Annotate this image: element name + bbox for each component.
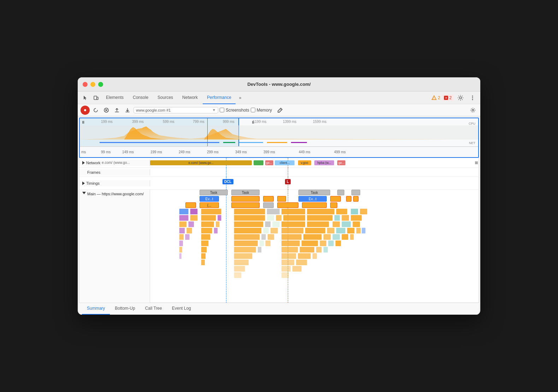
broom-icon[interactable]	[275, 106, 285, 115]
task-r3-5[interactable]	[277, 202, 298, 208]
svg-rect-81	[320, 240, 327, 246]
svg-rect-20	[307, 209, 334, 214]
task-r3-2[interactable]: (...	[200, 202, 219, 208]
perf-settings-button[interactable]	[468, 106, 477, 115]
svg-rect-64	[201, 234, 210, 240]
task-r3-1[interactable]	[185, 202, 196, 208]
svg-rect-50	[201, 228, 212, 233]
net-bar-main: e.com/ (www.go...	[150, 160, 252, 165]
ev-bar-1[interactable]: Ev...t	[200, 196, 219, 202]
svg-rect-51	[214, 228, 218, 233]
svg-rect-70	[323, 234, 331, 240]
network-label: Network	[86, 161, 100, 165]
screenshots-checkbox[interactable]	[220, 108, 224, 112]
more-options-icon[interactable]	[468, 93, 477, 103]
svg-rect-49	[186, 228, 192, 233]
cursor-icon[interactable]	[81, 93, 90, 103]
tab-summary[interactable]: Summary	[82, 303, 110, 315]
timings-expand-icon[interactable]	[82, 182, 85, 185]
task-r3-4[interactable]	[263, 202, 274, 208]
task-r3-7[interactable]	[330, 202, 337, 208]
svg-point-7	[472, 97, 473, 98]
ruler-99: 99 ms	[101, 150, 111, 154]
main-collapse-icon[interactable]	[82, 192, 86, 194]
svg-rect-46	[342, 221, 351, 227]
window-controls	[83, 82, 103, 87]
timeline-main: Network e.com/ (www.go... e.com/ (www.go…	[79, 158, 479, 303]
svg-rect-82	[328, 240, 334, 246]
task-2[interactable]: Task	[231, 190, 260, 195]
svg-rect-40	[234, 221, 263, 227]
ev-bar-2[interactable]: Ev...t	[298, 196, 327, 202]
yellow-bar-2[interactable]	[263, 196, 274, 202]
svg-rect-24	[179, 215, 189, 221]
net-bar-ge2: ge...	[265, 160, 273, 165]
yellow-bar-5[interactable]	[346, 196, 351, 202]
devtools-tab-bar: Elements Console Sources Network Perform…	[78, 91, 480, 104]
tab-performance[interactable]: Performance	[203, 91, 236, 104]
marker-799: 799 ms	[193, 120, 204, 124]
svg-rect-74	[179, 240, 183, 246]
record-button[interactable]	[81, 106, 90, 115]
url-input-wrap: ▼	[133, 107, 218, 113]
svg-rect-60	[356, 228, 361, 233]
svg-rect-27	[218, 215, 221, 221]
svg-rect-59	[347, 228, 355, 233]
network-expand-icon[interactable]	[82, 161, 85, 165]
yellow-bar-3[interactable]	[277, 196, 286, 202]
tab-call-tree[interactable]: Call Tree	[140, 303, 167, 315]
ruler-349: 349 ms	[235, 150, 247, 154]
svg-rect-61	[362, 228, 365, 233]
ruler-0: ms	[81, 150, 86, 154]
ruler-299: 299 ms	[207, 150, 219, 154]
frames-track-row: Frames	[79, 168, 479, 177]
svg-rect-19	[281, 209, 305, 214]
settings-icon[interactable]	[456, 93, 465, 103]
memory-checkbox[interactable]	[251, 108, 255, 112]
more-tabs[interactable]: »	[236, 94, 244, 102]
close-button[interactable]	[83, 82, 88, 87]
tab-console[interactable]: Console	[129, 91, 153, 104]
upload-button[interactable]	[112, 106, 121, 115]
reload-record-button[interactable]	[91, 106, 100, 115]
svg-rect-79	[281, 240, 300, 246]
yellow-bar-6[interactable]	[353, 196, 358, 202]
svg-rect-83	[336, 240, 341, 246]
svg-rect-62	[179, 234, 184, 240]
svg-rect-73	[350, 234, 354, 240]
url-input[interactable]	[136, 108, 212, 112]
tab-event-log[interactable]: Event Log	[167, 303, 196, 315]
svg-rect-33	[334, 215, 340, 221]
svg-rect-88	[281, 247, 298, 253]
warning-badge: ! 2	[431, 95, 440, 101]
tab-bottom-up[interactable]: Bottom-Up	[110, 303, 140, 315]
task-3[interactable]: Task	[298, 190, 330, 195]
device-icon[interactable]	[91, 93, 101, 103]
svg-rect-89	[300, 247, 314, 253]
clear-button[interactable]	[102, 106, 111, 115]
yellow-bar-1[interactable]	[231, 196, 260, 202]
network-track-content: e.com/ (www.go... ge... client... v.goo …	[150, 158, 479, 168]
minimize-button[interactable]	[90, 82, 95, 87]
tab-sources[interactable]: Sources	[153, 91, 177, 104]
task-r3-3[interactable]	[231, 202, 260, 208]
url-dropdown-icon[interactable]: ▼	[212, 108, 216, 112]
download-button[interactable]	[123, 106, 132, 115]
tabs-right-controls: ! 2 ✕ 2	[431, 93, 477, 103]
frames-track-label: Frames	[79, 169, 150, 176]
frames-label: Frames	[87, 170, 100, 174]
task-r3-6[interactable]	[302, 202, 327, 208]
svg-rect-99	[234, 260, 249, 265]
svg-rect-35	[351, 215, 362, 221]
task-4[interactable]	[337, 190, 344, 195]
svg-rect-58	[336, 228, 345, 233]
task-5[interactable]	[351, 190, 360, 195]
svg-rect-103	[281, 266, 291, 272]
svg-rect-56	[305, 228, 325, 233]
maximize-button[interactable]	[98, 82, 103, 87]
tab-elements[interactable]: Elements	[102, 91, 128, 104]
marker-1599: 1599 ms	[313, 120, 326, 124]
tab-network[interactable]: Network	[178, 91, 202, 104]
task-1[interactable]: Task	[200, 190, 228, 195]
yellow-bar-4[interactable]	[330, 196, 341, 202]
